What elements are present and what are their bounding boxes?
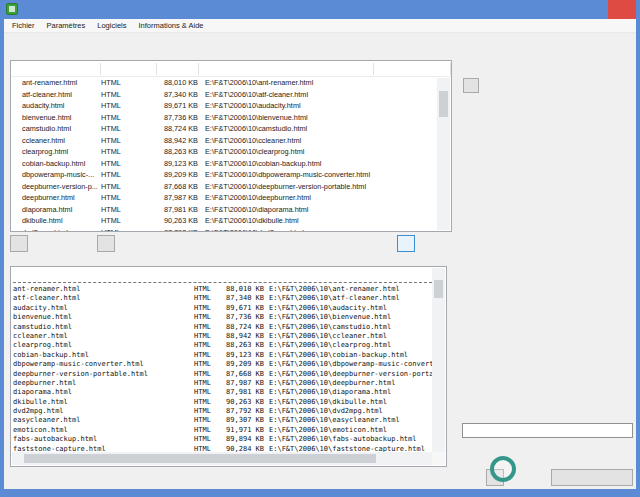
file-format: HTML [101,147,156,156]
preview-file-format: HTML [194,426,216,435]
file-path: E:\F&T\2006\10\deepburner-version-portab… [198,182,438,191]
browse-folder-button[interactable] [97,235,115,252]
preview-file-format: HTML [194,341,216,350]
menu-item[interactable]: Paramètres [47,21,86,30]
close-button[interactable] [608,0,636,19]
preview-file-name: easycleaner.html [13,416,194,425]
preview-file-path: E:\F&T\2006\10\audacity.html [264,304,432,313]
preview-file-size: 87,340 KB [216,294,264,303]
preview-col-path [264,268,432,279]
menu-item[interactable]: Logiciels [97,21,126,30]
scroll-down-icon[interactable] [437,219,450,230]
table-row[interactable]: dkibulle.html HTML 90,263 KB E:\F&T\2006… [11,215,438,227]
scrollbar-thumb[interactable] [439,91,448,117]
preview-file-format: HTML [194,379,216,388]
preview-file-format: HTML [194,285,216,294]
preview-file-name: ccleaner.html [13,332,194,341]
file-name: cobian-backup.html [22,159,101,168]
preview-file-format: HTML [194,435,216,444]
column-header-path[interactable] [199,63,374,75]
scrollbar-thumb[interactable] [434,280,443,298]
file-path: E:\F&T\2006\10\dkibulle.html [198,216,438,225]
preview-line: deepburner.html HTML 87,987 KB E:\F&T\20… [13,379,432,388]
preview-file-name: dbpoweramp-music-converter.html [13,360,194,369]
preview-file-path: E:\F&T\2006\10\emoticon.html [264,426,432,435]
file-path: E:\F&T\2006\10\ant-renamer.html [198,78,438,87]
save-button[interactable] [551,469,633,486]
preview-file-format: HTML [194,304,216,313]
scroll-right-icon[interactable] [421,452,432,465]
table-row[interactable]: audacity.html HTML 89,671 KB E:\F&T\2006… [11,100,438,112]
preview-file-format: HTML [194,388,216,397]
minimize-button[interactable] [566,0,584,19]
preview-separator [13,279,432,283]
scroll-up-icon[interactable] [432,268,445,279]
column-header-size[interactable] [157,63,199,75]
maximize-button[interactable] [586,0,604,19]
file-format: HTML [101,78,156,87]
preview-file-format: HTML [194,360,216,369]
preview-vertical-scrollbar[interactable] [432,268,445,452]
preview-file-path: E:\F&T\2006\10\deepburner.html [264,379,432,388]
table-row[interactable]: atf-cleaner.html HTML 87,340 KB E:\F&T\2… [11,89,438,101]
titlebar [0,0,640,19]
preview-file-size: 89,671 KB [216,304,264,313]
file-format: HTML [101,90,156,99]
table-row[interactable]: ant-renamer.html HTML 88,010 KB E:\F&T\2… [11,77,438,89]
scrollbar-thumb[interactable] [24,454,376,463]
preview-file-size: 88,263 KB [216,341,264,350]
export-format-select[interactable] [462,423,633,438]
file-size: 87,792 KB [156,228,198,231]
table-row[interactable]: deepburner-version-p... HTML 87,668 KB E… [11,181,438,193]
column-header-name[interactable] [11,63,101,75]
table-row[interactable]: dvd2mpg.html HTML 87,792 KB E:\F&T\2006\… [11,227,438,232]
table-row[interactable]: cobian-backup.html HTML 89,123 KB E:\F&T… [11,158,438,170]
window-border-bottom [0,489,640,497]
file-format: HTML [101,205,156,214]
preview-file-path: E:\F&T\2006\10\easycleaner.html [264,416,432,425]
preview-line: faststone-capture.html HTML 90,284 KB E:… [13,445,432,452]
application-window: FichierParamètresLogicielsInformations &… [0,0,640,497]
scroll-down-icon[interactable] [432,441,445,452]
remove-all-button[interactable] [397,235,415,252]
preview-file-name: fabs-autobackup.html [13,435,194,444]
files-table-header[interactable] [11,61,451,77]
file-path: E:\F&T\2006\10\dbpoweramp-music-converte… [198,170,438,179]
files-table-vertical-scrollbar[interactable] [437,78,450,230]
scroll-left-icon[interactable] [12,452,23,465]
preview-line: audacity.html HTML 89,671 KB E:\F&T\2006… [13,304,432,313]
table-row[interactable]: deepburner.html HTML 87,987 KB E:\F&T\20… [11,192,438,204]
file-path: E:\F&T\2006\10\dvd2mpg.html [198,228,438,231]
table-row[interactable]: camstudio.html HTML 88,724 KB E:\F&T\200… [11,123,438,135]
preview-file-path: E:\F&T\2006\10\dkibulle.html [264,398,432,407]
table-row[interactable]: clearprog.html HTML 88,263 KB E:\F&T\200… [11,146,438,158]
file-name: camstudio.html [22,124,101,133]
file-size: 88,942 KB [156,136,198,145]
preview-file-format: HTML [194,398,216,407]
files-table: ant-renamer.html HTML 88,010 KB E:\F&T\2… [10,60,452,232]
preview-file-size: 91,971 KB [216,426,264,435]
file-size: 89,209 KB [156,170,198,179]
file-format: HTML [101,170,156,179]
preview-horizontal-scrollbar[interactable] [12,452,432,465]
preview-file-path: E:\F&T\2006\10\faststone-capture.html [264,445,432,452]
preview-file-path: E:\F&T\2006\10\cobian-backup.html [264,351,432,360]
table-row[interactable]: ccleaner.html HTML 88,942 KB E:\F&T\2006… [11,135,438,147]
preview-file-name: cobian-backup.html [13,351,194,360]
file-name: ant-renamer.html [22,78,101,87]
file-name: ccleaner.html [22,136,101,145]
file-size: 89,123 KB [156,159,198,168]
clipboard-button[interactable] [486,469,504,486]
table-row[interactable]: bienvenue.html HTML 87,736 KB E:\F&T\200… [11,112,438,124]
menu-item[interactable]: Informations & Aide [138,21,203,30]
column-header-format[interactable] [101,63,157,75]
preview-file-format: HTML [194,407,216,416]
preview-file-path: E:\F&T\2006\10\clearprog.html [264,341,432,350]
filter-button[interactable] [463,78,479,93]
preview-file-size: 89,123 KB [216,351,264,360]
menu-item[interactable]: Fichier [12,21,35,30]
table-row[interactable]: dbpoweramp-music-... HTML 89,209 KB E:\F… [11,169,438,181]
table-row[interactable]: diaporama.html HTML 87,981 KB E:\F&T\200… [11,204,438,216]
scroll-up-icon[interactable] [437,78,450,89]
add-files-button[interactable] [10,235,28,252]
